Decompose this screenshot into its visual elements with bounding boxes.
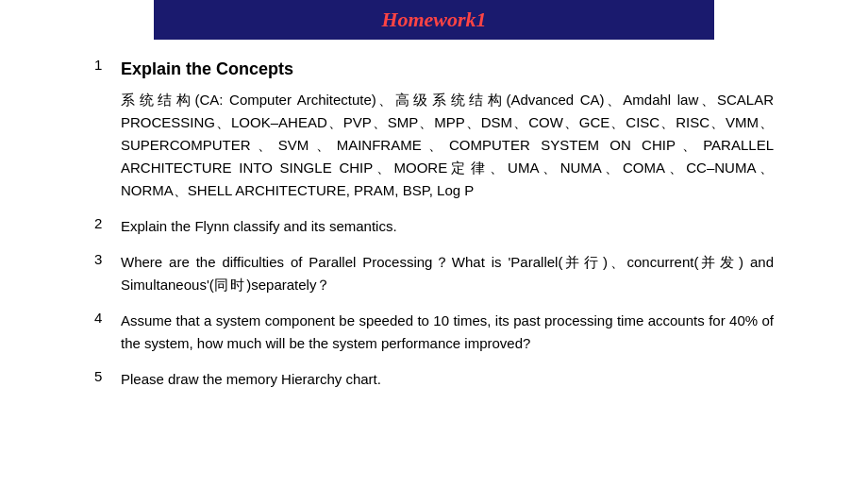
question-2-number: 2 (94, 215, 121, 231)
q3-zh3: 同时 (214, 278, 247, 293)
question-5-number: 5 (94, 368, 121, 384)
question-2-content: Explain the Flynn classify and its seman… (121, 215, 774, 238)
question-4-block: 4 Assume that a system component be spee… (94, 310, 774, 355)
question-3-body: Where are the difficulties of Parallel P… (121, 251, 774, 296)
question-5-content: Please draw the memory Hierarchy chart. (121, 368, 774, 391)
question-2-body: Explain the Flynn classify and its seman… (121, 215, 774, 238)
question-1-block: 1 Explain the Concepts 系统结构(CA: Computer… (94, 57, 774, 202)
content-area: 1 Explain the Concepts 系统结构(CA: Computer… (0, 40, 868, 421)
question-4-content: Assume that a system component be speede… (121, 310, 774, 355)
question-1-content: Explain the Concepts 系统结构(CA: Computer A… (121, 57, 774, 202)
question-2-block: 2 Explain the Flynn classify and its sem… (94, 215, 774, 238)
header-title: Homework1 (381, 8, 486, 31)
header-bar: Homework1 (154, 0, 714, 40)
question-1-number: 1 (94, 57, 121, 73)
question-3-block: 3 Where are the difficulties of Parallel… (94, 251, 774, 296)
question-5-body: Please draw the memory Hierarchy chart. (121, 368, 774, 391)
question-1-title: Explain the Concepts (121, 57, 774, 83)
q3-zh1: 并行 (562, 255, 603, 270)
page-container: Homework1 1 Explain the Concepts 系统结构(CA… (0, 0, 868, 488)
concepts-zh3: 定律 (447, 160, 490, 176)
q3-zh2: 并发 (698, 255, 739, 270)
question-5-block: 5 Please draw the memory Hierarchy chart… (94, 368, 774, 391)
concepts-zh1: 系统结构 (121, 93, 195, 108)
question-4-number: 4 (94, 310, 121, 326)
question-4-body: Assume that a system component be speede… (121, 310, 774, 355)
question-1-body: 系统结构(CA: Computer Architectute)、高级系统结构(A… (121, 89, 774, 202)
question-3-content: Where are the difficulties of Parallel P… (121, 251, 774, 296)
question-3-number: 3 (94, 251, 121, 267)
concepts-zh2: 高级系统结构 (395, 93, 507, 108)
